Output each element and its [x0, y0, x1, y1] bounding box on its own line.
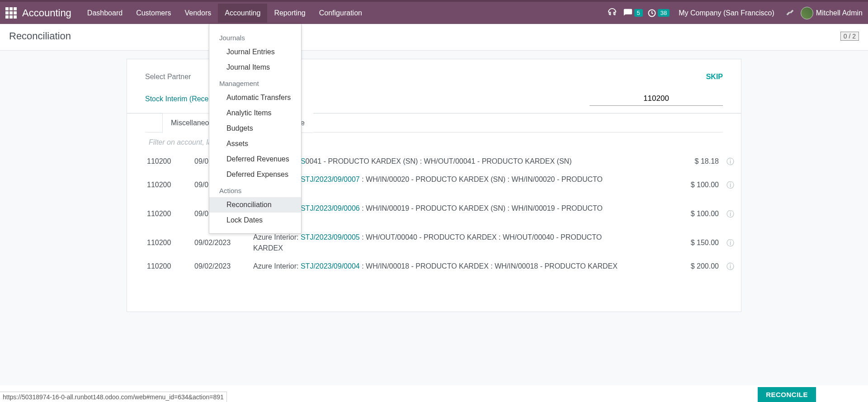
account-code-input[interactable]: [590, 92, 723, 106]
dropdown-item-automatic-transfers[interactable]: Automatic Transfers: [209, 90, 301, 105]
info-icon[interactable]: ⓘ: [723, 209, 737, 219]
line-account: 110200: [147, 157, 190, 166]
journal-entry-link[interactable]: STJ/2023/09/0004: [301, 262, 362, 270]
line-account: 110200: [147, 262, 190, 270]
line-date: 09/02/2023: [194, 262, 249, 270]
avatar: [801, 7, 813, 19]
company-switcher[interactable]: My Company (San Francisco): [674, 9, 779, 17]
clock-icon: [647, 9, 656, 18]
dropdown-item-deferred-revenues[interactable]: Deferred Revenues: [209, 151, 301, 167]
line-description: Azure Interior: STJ/2023/09/0004 : WH/IN…: [253, 261, 624, 272]
nav-item-dashboard[interactable]: Dashboard: [80, 4, 129, 23]
progress-counter: 0 / 2: [840, 32, 859, 41]
nav-item-reporting[interactable]: Reporting: [267, 4, 312, 23]
user-menu[interactable]: Mitchell Admin: [801, 7, 863, 19]
breadcrumb: Reconciliation 0 / 2: [0, 24, 868, 51]
dropdown-item-reconciliation[interactable]: Reconciliation: [209, 197, 301, 213]
line-account: 110200: [147, 239, 190, 247]
dropdown-item-journal-entries[interactable]: Journal Entries: [209, 44, 301, 60]
info-icon[interactable]: ⓘ: [723, 238, 737, 248]
line-account: 110200: [147, 210, 190, 218]
line-amount: $ 18.18: [628, 157, 719, 166]
activities-badge: 38: [658, 9, 670, 17]
top-navbar: Accounting DashboardCustomersVendorsAcco…: [0, 2, 868, 24]
line-account: 110200: [147, 181, 190, 189]
dropdown-header: Actions: [209, 182, 301, 197]
line-amount: $ 100.00: [628, 210, 719, 218]
select-partner-field[interactable]: Select Partner: [145, 73, 191, 81]
line-amount: $ 150.00: [628, 239, 719, 247]
journal-entry-link[interactable]: STJ/2023/09/0005: [301, 233, 362, 241]
journal-entry-link[interactable]: STJ/2023/09/0007: [301, 175, 362, 183]
skip-button[interactable]: SKIP: [706, 73, 723, 81]
info-icon[interactable]: ⓘ: [723, 261, 737, 272]
dropdown-item-journal-items[interactable]: Journal Items: [209, 60, 301, 75]
phone-icon[interactable]: [606, 7, 618, 19]
nav-item-vendors[interactable]: Vendors: [178, 4, 218, 23]
tools-icon[interactable]: [783, 7, 796, 19]
journal-entry-link[interactable]: STJ/2023/09/0006: [301, 204, 362, 212]
line-description: Azure Interior: S0041 - PRODUCTO KARDEX …: [253, 156, 624, 167]
reconciliation-line[interactable]: 11020009/02/2023Azure Interior: STJ/2023…: [145, 257, 723, 275]
nav-item-accounting[interactable]: Accounting: [218, 4, 267, 23]
apps-icon[interactable]: [5, 7, 17, 19]
line-amount: $ 200.00: [628, 262, 719, 270]
messages-badge: 5: [634, 9, 643, 17]
dropdown-item-analytic-items[interactable]: Analytic Items: [209, 105, 301, 121]
activities-button[interactable]: 38: [647, 9, 670, 18]
line-description: Azure Interior: STJ/2023/09/0005 : WH/OU…: [253, 232, 624, 254]
dropdown-header: Journals: [209, 29, 301, 44]
line-description: Azure Interior: STJ/2023/09/0007 : WH/IN…: [253, 174, 624, 196]
line-date: 09/02/2023: [194, 239, 249, 247]
dropdown-item-deferred-expenses[interactable]: Deferred Expenses: [209, 167, 301, 182]
user-name: Mitchell Admin: [816, 9, 863, 17]
dropdown-header: Management: [209, 75, 301, 90]
line-amount: $ 100.00: [628, 181, 719, 189]
nav-item-configuration[interactable]: Configuration: [312, 4, 369, 23]
chat-icon: [623, 8, 633, 18]
nav-item-customers[interactable]: Customers: [129, 4, 178, 23]
dropdown-item-budgets[interactable]: Budgets: [209, 121, 301, 136]
dropdown-item-lock-dates[interactable]: Lock Dates: [209, 213, 301, 228]
info-icon[interactable]: ⓘ: [723, 180, 737, 190]
dropdown-item-assets[interactable]: Assets: [209, 136, 301, 151]
info-icon[interactable]: ⓘ: [723, 156, 737, 167]
messages-button[interactable]: 5: [623, 8, 643, 18]
app-title[interactable]: Accounting: [22, 7, 71, 19]
accounting-dropdown: JournalsJournal EntriesJournal ItemsMana…: [209, 24, 302, 234]
line-description: Azure Interior: STJ/2023/09/0006 : WH/IN…: [253, 203, 624, 225]
page-title: Reconciliation: [9, 30, 71, 42]
